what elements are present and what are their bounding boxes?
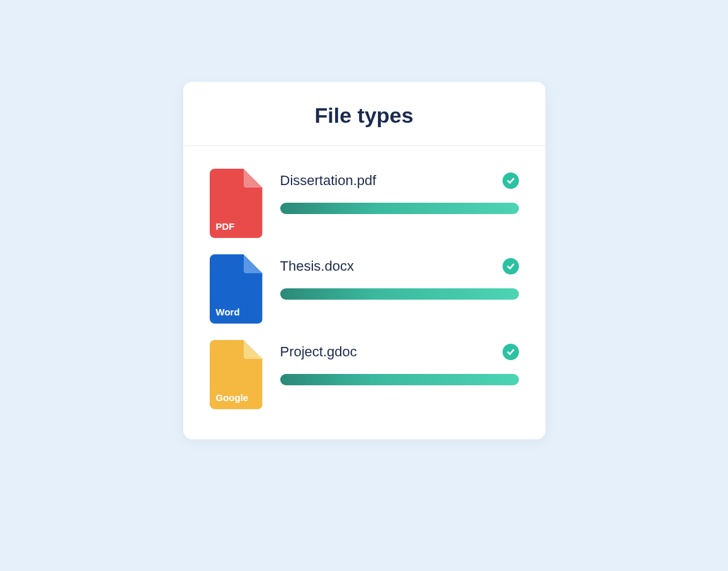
file-icon-label: PDF [216, 221, 235, 232]
word-file-icon: Word [210, 254, 263, 324]
file-details: Dissertation.pdf [280, 169, 519, 214]
file-top-row: Thesis.docx [280, 258, 519, 274]
file-icon-label: Word [216, 307, 240, 317]
file-details: Thesis.docx [280, 254, 519, 300]
checkmark-icon [503, 258, 519, 274]
file-icon-label: Google [216, 392, 249, 403]
file-name: Dissertation.pdf [280, 172, 377, 189]
file-name: Thesis.docx [280, 258, 354, 274]
file-fold-corner [244, 169, 263, 188]
card-title: File types [196, 103, 533, 128]
google-file-icon: Google [210, 340, 263, 409]
file-top-row: Project.gdoc [280, 344, 519, 360]
progress-bar [280, 374, 519, 385]
file-row: Google Project.gdoc [210, 340, 519, 409]
file-top-row: Dissertation.pdf [280, 172, 519, 189]
checkmark-icon [503, 344, 519, 360]
file-name: Project.gdoc [280, 344, 357, 360]
file-fold-corner [244, 254, 263, 273]
card-header: File types [183, 82, 545, 146]
checkmark-icon [503, 172, 519, 189]
file-types-card: File types PDF Dissertation.pdf [183, 82, 545, 439]
progress-bar [280, 288, 519, 300]
file-row: PDF Dissertation.pdf [210, 169, 519, 238]
progress-bar [280, 203, 519, 214]
pdf-file-icon: PDF [210, 169, 263, 238]
file-fold-corner [244, 340, 263, 359]
card-body: PDF Dissertation.pdf Word Thesis.d [183, 146, 545, 439]
file-row: Word Thesis.docx [210, 254, 519, 324]
file-details: Project.gdoc [280, 340, 519, 385]
